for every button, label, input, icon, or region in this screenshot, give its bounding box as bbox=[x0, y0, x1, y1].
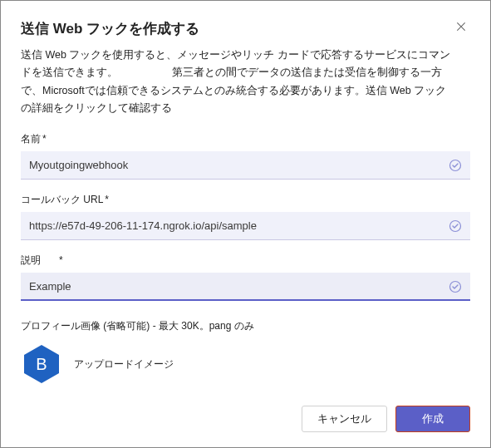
avatar-letter: B bbox=[36, 355, 47, 374]
svg-point-0 bbox=[450, 160, 461, 171]
create-button[interactable]: 作成 bbox=[395, 406, 470, 432]
field-description: 説明 * bbox=[21, 254, 470, 301]
close-icon[interactable] bbox=[452, 19, 470, 37]
name-label: 名前* bbox=[21, 132, 470, 146]
name-input[interactable] bbox=[21, 151, 470, 180]
check-icon bbox=[449, 219, 462, 233]
svg-point-1 bbox=[450, 221, 461, 232]
field-name: 名前* bbox=[21, 132, 470, 180]
avatar[interactable]: B bbox=[21, 343, 62, 385]
upload-image-link[interactable]: アップロードイメージ bbox=[74, 357, 174, 372]
check-icon bbox=[449, 280, 462, 293]
profile-image-section: プロフィール画像 (省略可能) - 最大 30K。pang のみ B アップロー… bbox=[21, 319, 470, 385]
check-icon bbox=[449, 159, 462, 172]
callback-url-input[interactable] bbox=[21, 212, 470, 240]
svg-point-2 bbox=[450, 282, 461, 293]
callback-label: コールバック URL* bbox=[21, 193, 470, 207]
dialog-title: 送信 Web フックを作成する bbox=[21, 19, 199, 38]
field-callback-url: コールバック URL* bbox=[21, 193, 470, 240]
description-input[interactable] bbox=[21, 273, 470, 301]
profile-image-label: プロフィール画像 (省略可能) - 最大 30K。pang のみ bbox=[21, 319, 470, 333]
dialog-footer: キャンセル 作成 bbox=[302, 406, 470, 432]
cancel-button[interactable]: キャンセル bbox=[302, 406, 387, 432]
description-label: 説明 * bbox=[21, 254, 470, 268]
dialog-description: 送信 Web フックを使用すると、メッセージやリッチ カードで応答するサービスに… bbox=[21, 47, 453, 117]
